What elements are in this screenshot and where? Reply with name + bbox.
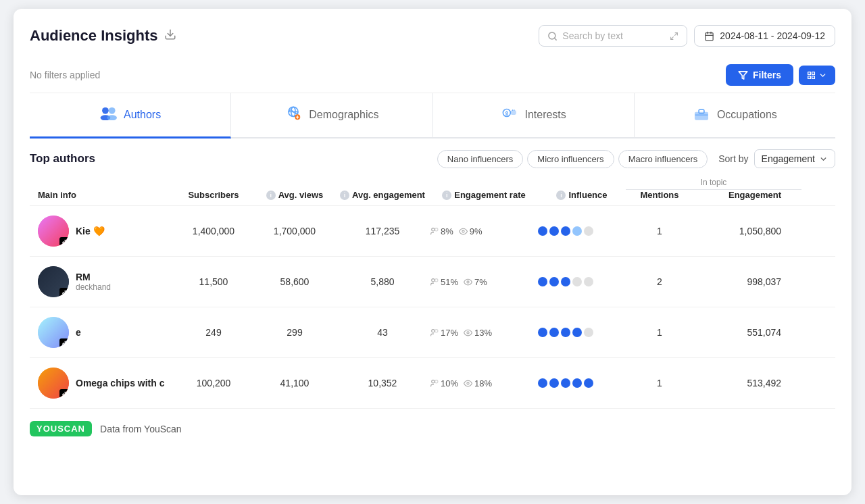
sort-label: Sort by	[718, 153, 748, 164]
views-rate-group: 13%	[464, 328, 492, 338]
followers-pct: 17%	[441, 328, 458, 338]
page-title: Audience Insights	[30, 27, 157, 45]
col-engagement: Engagement	[693, 190, 781, 200]
content-area: Top authors Nano influencers Micro influ…	[30, 138, 835, 409]
table-row[interactable]: RM deckhand 11,500 58,600 5,880 51% 7% 2…	[30, 257, 835, 307]
mentions-cell: 1	[626, 378, 693, 388]
influence-cell	[538, 328, 626, 337]
svg-point-15	[109, 107, 116, 114]
author-name-group: e	[76, 327, 81, 338]
views-pct: 13%	[474, 328, 492, 338]
micro-influencers-button[interactable]: Micro influencers	[527, 150, 614, 168]
search-box[interactable]: Search by text	[539, 25, 687, 47]
subscribers-cell: 100,200	[173, 378, 254, 388]
followers-rate-group: 10%	[430, 378, 458, 388]
dot-filled	[549, 328, 559, 337]
mentions-cell: 1	[626, 327, 693, 338]
tab-demographics-label: Demographics	[309, 109, 378, 121]
followers-icon	[430, 379, 439, 388]
interests-icon	[500, 105, 518, 124]
svg-line-3	[675, 32, 678, 35]
engagement-cell: 551,074	[693, 327, 781, 338]
author-name: e	[76, 327, 81, 338]
tab-occupations[interactable]: Occupations	[635, 93, 835, 138]
svg-point-14	[102, 107, 109, 114]
svg-point-41	[467, 331, 469, 333]
engagement-rate: 8% 9%	[430, 226, 538, 236]
download-icon[interactable]	[164, 28, 176, 43]
followers-icon	[430, 278, 439, 286]
svg-rect-10	[808, 72, 811, 74]
avg-views-cell: 1,700,000	[254, 226, 335, 236]
author-name-group: Kie 🧡	[76, 226, 105, 236]
avg-views-info-icon: i	[266, 191, 276, 200]
svg-rect-5	[706, 32, 713, 40]
dot-filled	[561, 378, 570, 388]
svg-point-17	[107, 115, 117, 120]
author-info: RM deckhand	[38, 266, 173, 297]
engagement-rate-cell: 51% 7%	[430, 277, 538, 287]
table-row[interactable]: Omega chips with c 100,200 41,100 10,352…	[30, 358, 835, 409]
table-row[interactable]: e 249 299 43 17% 13% 1 551,074	[30, 307, 835, 358]
svg-point-38	[467, 280, 469, 282]
influence-dots	[538, 328, 626, 337]
tiktok-icon	[61, 239, 68, 245]
followers-rate-group: 8%	[430, 226, 453, 236]
engagement-rate-cell: 10% 18%	[430, 378, 538, 388]
youscan-badge: YOUSCAN	[30, 421, 92, 436]
svg-point-35	[462, 230, 464, 232]
tiktok-badge	[59, 288, 69, 297]
dot-filled	[538, 277, 547, 286]
svg-marker-9	[739, 71, 747, 78]
tab-interests-label: Interests	[524, 109, 566, 121]
views-rate-group: 7%	[464, 277, 487, 287]
avatar	[38, 368, 69, 399]
followers-pct: 10%	[441, 378, 458, 388]
svg-point-43	[435, 380, 438, 382]
filter-icon	[738, 70, 748, 80]
table-row[interactable]: Kie 🧡 1,400,000 1,700,000 117,235 8% 9% …	[30, 206, 835, 257]
tab-authors[interactable]: Authors	[30, 93, 231, 138]
nano-influencers-button[interactable]: Nano influencers	[437, 150, 524, 168]
svg-point-40	[435, 329, 438, 332]
avatar	[38, 317, 69, 348]
influence-dots	[538, 378, 626, 388]
tiktok-badge	[59, 389, 69, 399]
avg-views-cell: 41,100	[254, 378, 335, 388]
author-name-group: Omega chips with c	[76, 378, 164, 388]
svg-rect-27	[512, 111, 516, 115]
avg-engagement-cell: 10,352	[335, 378, 430, 388]
influencer-filters: Nano influencers Micro influencers Macro…	[437, 150, 708, 168]
subscribers-cell: 11,500	[173, 276, 254, 287]
tiktok-icon	[61, 290, 68, 296]
influence-cell	[538, 378, 626, 388]
influence-info-icon: i	[556, 191, 566, 200]
dot-filled	[572, 328, 582, 337]
followers-rate-group: 51%	[430, 277, 458, 287]
mentions-cell: 1	[626, 226, 693, 236]
demographics-icon	[285, 105, 302, 124]
sort-select[interactable]: Engagement	[754, 149, 835, 168]
col-mentions: Mentions	[626, 190, 693, 200]
influence-cell	[538, 226, 626, 236]
influence-dots	[538, 277, 626, 286]
grid-view-button[interactable]	[799, 66, 835, 85]
dot-empty	[584, 328, 593, 337]
tab-demographics[interactable]: Demographics	[231, 93, 432, 138]
chevron-down-icon	[819, 155, 828, 163]
views-pct: 9%	[470, 226, 483, 236]
macro-influencers-button[interactable]: Macro influencers	[618, 150, 708, 168]
date-range-picker[interactable]: 2024-08-11 - 2024-09-12	[694, 25, 835, 47]
views-icon	[464, 278, 472, 286]
views-rate-group: 9%	[459, 226, 483, 236]
top-authors-title: Top authors	[30, 152, 95, 166]
followers-rate-group: 17%	[430, 328, 458, 338]
influence-cell	[538, 277, 626, 286]
svg-rect-13	[808, 76, 811, 78]
tiktok-icon	[61, 341, 68, 347]
tiktok-icon	[61, 391, 68, 397]
date-range-text: 2024-08-11 - 2024-09-12	[720, 30, 825, 41]
avg-engagement-cell: 5,880	[335, 276, 430, 287]
filters-button[interactable]: Filters	[726, 64, 793, 86]
tab-interests[interactable]: Interests	[433, 93, 635, 138]
